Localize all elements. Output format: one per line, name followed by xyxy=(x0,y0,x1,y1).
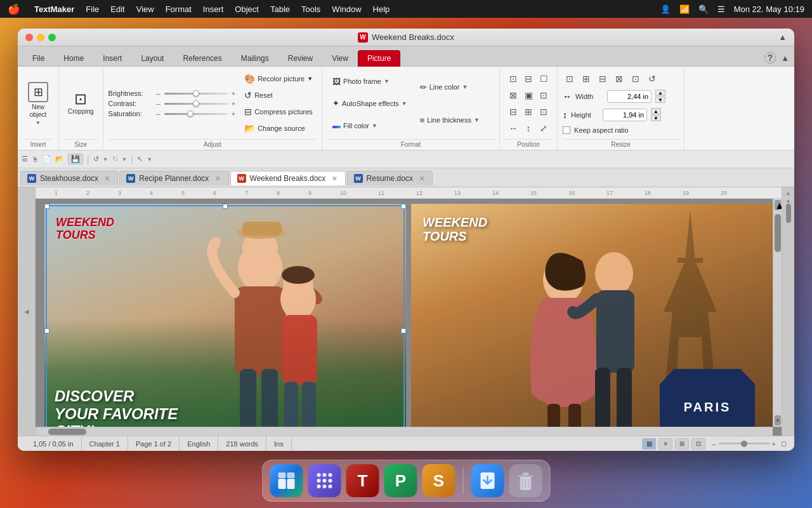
zoom-minus[interactable]: – xyxy=(712,440,716,448)
position-tc-button[interactable]: ⊟ xyxy=(521,72,535,86)
app-menu-textmaker[interactable]: TextMaker xyxy=(34,4,74,14)
autoshape-effects-button[interactable]: ✦ AutoShape effects ▼ xyxy=(327,97,412,110)
contrast-plus[interactable]: + xyxy=(232,100,235,107)
saturation-minus[interactable]: – xyxy=(157,110,160,117)
doc-tab-recipe[interactable]: W Recipe Planner.docx × xyxy=(119,171,228,185)
view-outline-button[interactable]: ≡ xyxy=(658,438,672,450)
apple-menu[interactable]: 🍎 xyxy=(8,3,20,15)
app-menu-help[interactable]: Help xyxy=(373,4,390,14)
search-icon[interactable]: 🔍 xyxy=(698,4,709,14)
weekend-close[interactable]: × xyxy=(332,174,337,183)
app-menu-table[interactable]: Table xyxy=(270,4,290,14)
brightness-plus[interactable]: + xyxy=(232,90,235,97)
height-up[interactable]: ▲ xyxy=(651,108,661,114)
brightness-minus[interactable]: – xyxy=(157,90,160,97)
dock-softmaker[interactable]: S xyxy=(422,464,455,497)
toolbar-cursor-arrow[interactable]: ▼ xyxy=(147,156,152,163)
horizontal-scrollbar[interactable] xyxy=(36,427,773,436)
width-input[interactable] xyxy=(607,90,652,103)
cropping-button[interactable]: ⊡ Cropping xyxy=(64,89,98,118)
resize-icon5[interactable]: ⊡ xyxy=(629,72,643,86)
tab-references[interactable]: References xyxy=(173,50,231,67)
compress-pictures-button[interactable]: ⊟ Compress pictures xyxy=(240,105,317,119)
resize-icon6[interactable]: ↺ xyxy=(645,72,659,86)
toolbar-cursor[interactable]: ↖ xyxy=(137,155,143,163)
h-scroll-thumb[interactable] xyxy=(48,429,86,435)
tab-insert[interactable]: Insert xyxy=(93,50,131,67)
saturation-slider[interactable] xyxy=(164,113,228,115)
tab-view[interactable]: View xyxy=(322,50,358,67)
doc-tab-weekend[interactable]: W Weekend Breaks.docx × xyxy=(230,171,346,185)
recipe-close[interactable]: × xyxy=(215,174,220,183)
view-normal-button[interactable]: ▦ xyxy=(642,438,656,450)
steakhouse-close[interactable]: × xyxy=(105,174,110,183)
saturation-plus[interactable]: + xyxy=(232,110,235,117)
scroll-up-indicator[interactable]: ▲ xyxy=(785,190,791,196)
tab-picture[interactable]: Picture xyxy=(358,50,400,67)
canvas-main[interactable]: 1 2 3 4 5 6 7 8 9 10 11 12 13 14 15 16 1… xyxy=(36,187,782,436)
left-scroll-arrow[interactable]: ◀ xyxy=(23,308,30,315)
width-up[interactable]: ▲ xyxy=(655,90,665,96)
dock-trash[interactable] xyxy=(509,464,542,497)
toolbar-hamburger[interactable]: ☰ xyxy=(22,155,28,163)
toolbar-open[interactable]: 📂 xyxy=(55,155,64,163)
scroll-down-arrow[interactable]: ▼ xyxy=(775,415,781,425)
app-menu-edit[interactable]: Edit xyxy=(110,4,124,14)
ribbon-collapse-icon[interactable]: ▲ xyxy=(781,53,789,63)
dock-downloads[interactable] xyxy=(471,464,504,497)
position-mr-button[interactable]: ⊡ xyxy=(537,88,551,102)
resize-icon3[interactable]: ⊟ xyxy=(596,72,610,86)
toolbar-undo[interactable]: ↺ xyxy=(93,155,99,163)
resume-close[interactable]: × xyxy=(419,174,424,183)
keep-aspect-checkbox-row[interactable]: Keep aspect ratio xyxy=(563,125,679,135)
tab-home[interactable]: Home xyxy=(54,50,93,67)
height-input[interactable] xyxy=(603,109,647,121)
app-menu-tools[interactable]: Tools xyxy=(301,4,320,14)
scroll-thumb[interactable] xyxy=(775,214,781,252)
vertical-scrollbar[interactable]: ▲ ▼ xyxy=(773,199,782,427)
minimize-button[interactable] xyxy=(37,34,44,41)
doc-tab-resume[interactable]: W Resume.docx × xyxy=(347,171,433,185)
brightness-slider[interactable] xyxy=(164,93,228,95)
tab-layout[interactable]: Layout xyxy=(131,50,173,67)
line-color-button[interactable]: ✏ Line color ▼ xyxy=(415,81,485,94)
position-br-button[interactable]: ⊡ xyxy=(537,105,551,119)
view-web-button[interactable]: ⊞ xyxy=(675,438,689,450)
app-menu-format[interactable]: Format xyxy=(166,4,192,14)
resize-icon1[interactable]: ⊡ xyxy=(563,72,577,86)
tab-file[interactable]: File xyxy=(23,50,54,67)
close-button[interactable] xyxy=(25,34,33,41)
dock-finder[interactable] xyxy=(270,464,303,497)
position-tl-button[interactable]: ⊡ xyxy=(506,72,520,86)
collapse-button[interactable]: ▲ xyxy=(778,32,787,42)
control-center-icon[interactable]: ☰ xyxy=(717,4,725,14)
height-down[interactable]: ▼ xyxy=(651,115,661,121)
zoom-slider[interactable] xyxy=(719,443,769,444)
app-menu-object[interactable]: Object xyxy=(235,4,259,14)
doc-tab-steakhouse[interactable]: W Steakhouse.docx × xyxy=(20,171,118,185)
contrast-slider[interactable] xyxy=(164,103,228,105)
resize-icon2[interactable]: ⊞ xyxy=(579,72,593,86)
dock-textmaker[interactable]: T xyxy=(346,464,379,497)
fill-color-button[interactable]: ▬ Fill color ▼ xyxy=(327,119,412,132)
new-object-dropdown[interactable]: ▼ xyxy=(36,120,41,126)
toolbar-mouse[interactable]: 🖱 xyxy=(32,156,39,163)
zoom-plus[interactable]: + xyxy=(772,440,776,448)
view-fullscreen-button[interactable]: ⊡ xyxy=(691,438,705,450)
position-bc-button[interactable]: ⊞ xyxy=(521,105,535,119)
toolbar-redo-arrow[interactable]: ▼ xyxy=(122,156,128,163)
resize-icon4[interactable]: ⊠ xyxy=(612,72,626,86)
change-source-button[interactable]: 📂 Change source xyxy=(240,121,317,135)
scroll-up-arrow[interactable]: ▲ xyxy=(775,200,781,210)
toolbar-redo[interactable]: ↻ xyxy=(112,155,118,163)
toolbar-save[interactable]: 💾 xyxy=(68,154,83,164)
tab-mailings[interactable]: Mailings xyxy=(232,50,278,67)
app-menu-view[interactable]: View xyxy=(136,4,154,14)
toolbar-undo-arrow[interactable]: ▼ xyxy=(103,156,108,163)
position-extra1[interactable]: ↔ xyxy=(506,121,520,135)
position-tr-button[interactable]: ☐ xyxy=(537,72,551,86)
app-menu-file[interactable]: File xyxy=(86,4,99,14)
position-bl-button[interactable]: ⊟ xyxy=(506,105,520,119)
toolbar-new-doc[interactable]: 📄 xyxy=(43,155,51,163)
reset-button[interactable]: ↺ Reset xyxy=(240,88,317,102)
